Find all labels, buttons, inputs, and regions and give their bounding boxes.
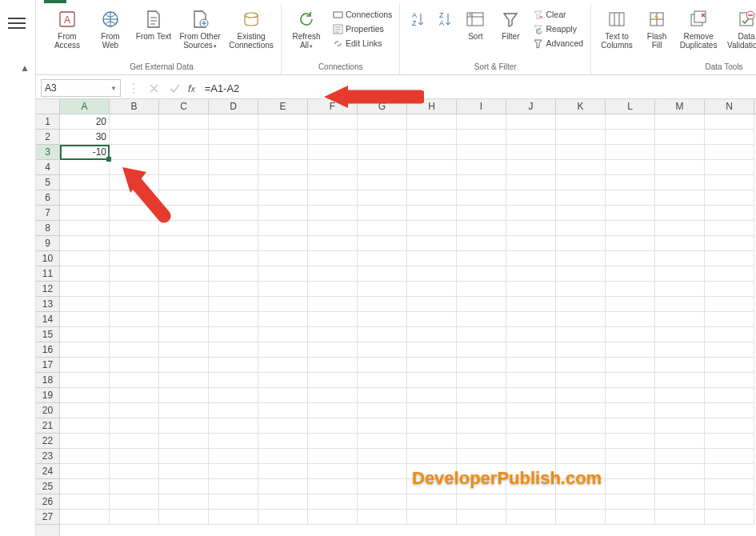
column-header[interactable]: E — [258, 99, 308, 114]
cell[interactable] — [457, 251, 506, 266]
cell[interactable] — [606, 327, 655, 342]
cell[interactable] — [308, 312, 358, 327]
cell[interactable] — [60, 358, 110, 373]
cell[interactable] — [457, 160, 506, 175]
cell[interactable] — [705, 297, 754, 312]
cell[interactable] — [308, 282, 358, 297]
cell[interactable] — [506, 206, 556, 221]
cell[interactable] — [358, 175, 407, 190]
cell[interactable] — [258, 206, 308, 221]
cell[interactable] — [407, 418, 457, 434]
cell[interactable] — [606, 479, 655, 494]
row-header[interactable]: 22 — [36, 434, 59, 449]
cell[interactable] — [407, 130, 457, 145]
cell[interactable] — [110, 130, 159, 145]
cell[interactable] — [110, 449, 159, 464]
cell[interactable] — [655, 297, 705, 312]
cell[interactable] — [209, 494, 258, 510]
row-header[interactable]: 21 — [36, 418, 59, 434]
cell[interactable] — [358, 464, 407, 479]
cell[interactable] — [308, 114, 358, 130]
cell[interactable] — [705, 145, 754, 160]
cell[interactable] — [110, 418, 159, 434]
cell[interactable] — [655, 358, 705, 373]
cell[interactable] — [655, 312, 705, 327]
cell[interactable] — [407, 510, 457, 525]
cell[interactable] — [457, 282, 506, 297]
cell[interactable] — [705, 266, 754, 282]
cell[interactable] — [209, 160, 258, 175]
clear-button[interactable]: Clear — [530, 8, 586, 21]
cell[interactable] — [655, 342, 705, 358]
cell[interactable] — [556, 327, 606, 342]
cell[interactable] — [506, 312, 556, 327]
cell[interactable] — [407, 297, 457, 312]
row-header[interactable]: 20 — [36, 403, 59, 418]
cell[interactable] — [159, 510, 209, 525]
row-header[interactable]: 7 — [36, 206, 59, 221]
cell[interactable] — [159, 236, 209, 251]
row-header[interactable]: 5 — [36, 175, 59, 190]
cell[interactable] — [358, 342, 407, 358]
cell[interactable] — [556, 266, 606, 282]
cell[interactable] — [258, 145, 308, 160]
cell[interactable] — [705, 373, 754, 388]
cell[interactable] — [159, 312, 209, 327]
row-header[interactable]: 27 — [36, 510, 59, 525]
cell[interactable] — [60, 449, 110, 464]
cell[interactable]: 20 — [60, 114, 110, 130]
cell[interactable] — [159, 297, 209, 312]
cell[interactable] — [556, 358, 606, 373]
cell[interactable] — [159, 388, 209, 403]
cell[interactable] — [606, 175, 655, 190]
cell[interactable] — [258, 434, 308, 449]
cell[interactable] — [258, 403, 308, 418]
cell[interactable] — [159, 327, 209, 342]
cell[interactable] — [556, 449, 606, 464]
from-web-button[interactable]: From Web — [90, 6, 130, 51]
cell[interactable] — [60, 464, 110, 479]
row-header[interactable]: 24 — [36, 464, 59, 479]
data-validation-button[interactable]: Data Validation▾ — [724, 6, 756, 52]
cell[interactable] — [705, 434, 754, 449]
sort-za-button[interactable]: ZA — [432, 6, 456, 32]
cell[interactable] — [60, 251, 110, 266]
cell[interactable] — [60, 494, 110, 510]
cell[interactable] — [209, 449, 258, 464]
cell[interactable] — [308, 479, 358, 494]
cell[interactable] — [358, 251, 407, 266]
formula-input[interactable] — [202, 79, 751, 97]
cell[interactable] — [457, 236, 506, 251]
cell[interactable] — [60, 403, 110, 418]
cell[interactable] — [655, 236, 705, 251]
filter-button[interactable]: Filter — [494, 6, 526, 42]
cell[interactable] — [705, 251, 754, 266]
cell[interactable] — [606, 282, 655, 297]
cell[interactable] — [358, 358, 407, 373]
cell[interactable] — [556, 114, 606, 130]
cell[interactable] — [258, 130, 308, 145]
refresh-all-button[interactable]: Refresh All▾ — [286, 6, 326, 52]
cell[interactable] — [655, 282, 705, 297]
cell[interactable] — [655, 190, 705, 206]
cell[interactable] — [457, 206, 506, 221]
cell[interactable] — [358, 510, 407, 525]
row-header[interactable]: 10 — [36, 251, 59, 266]
cell[interactable] — [358, 206, 407, 221]
cell[interactable] — [159, 449, 209, 464]
cell[interactable] — [556, 510, 606, 525]
cell[interactable] — [705, 494, 754, 510]
from-access-button[interactable]: A From Access — [47, 6, 87, 51]
row-header[interactable]: 9 — [36, 236, 59, 251]
cell[interactable] — [358, 373, 407, 388]
cell[interactable] — [110, 342, 159, 358]
reapply-button[interactable]: Reapply — [530, 22, 586, 35]
cell[interactable] — [556, 388, 606, 403]
cell[interactable] — [358, 190, 407, 206]
cell[interactable] — [556, 434, 606, 449]
cell[interactable] — [506, 434, 556, 449]
cell[interactable] — [258, 114, 308, 130]
cell[interactable] — [308, 418, 358, 434]
column-header[interactable]: J — [506, 99, 556, 114]
cell[interactable] — [60, 510, 110, 525]
